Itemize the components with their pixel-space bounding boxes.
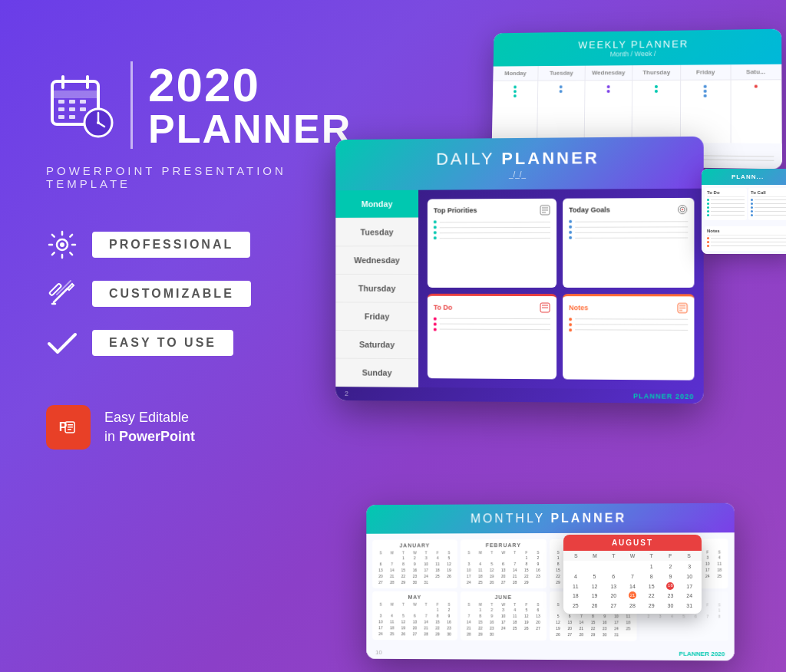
feature-list: PROFESSIONAL CUSTOMIZABLE EASY TO USE	[46, 229, 338, 359]
pencil-ruler-icon	[46, 278, 78, 310]
daily-planner-body: Monday Tuesday Wednesday Thursday Friday…	[335, 189, 703, 390]
svg-rect-4	[58, 100, 64, 104]
daily-planner-title: DAILY PLANNER	[351, 147, 688, 170]
august-popup: AUGUST SMTWTFS 123 45678910 111213141516…	[563, 535, 702, 614]
side-planner-card: PLANN... To Do To Call Not	[702, 169, 786, 254]
right-panel: WEEKLY PLANNER Month / Week / Monday Tue…	[333, 31, 786, 660]
side-card-body: To Do To Call	[702, 185, 786, 223]
month-june: JUNE SMTWTFS 123456 78910111213 14151617…	[461, 591, 547, 641]
day-thursday[interactable]: Thursday	[335, 275, 418, 303]
powerpoint-area: P Easy Editable in PowerPoint	[46, 405, 338, 450]
gear-icon	[46, 229, 78, 261]
daily-footer: 2 PLANNER 2020	[335, 387, 703, 404]
svg-point-17	[60, 242, 64, 247]
planner-text: PLANNER	[148, 109, 352, 149]
day-friday[interactable]: Friday	[335, 302, 418, 331]
title-text-group: 2020 PLANNER	[130, 61, 352, 149]
svg-rect-24	[68, 427, 73, 428]
weekly-content	[492, 80, 782, 143]
subtitle-text: POWERPOINT PRESENTATION TEMPLATE	[46, 164, 338, 190]
august-grid: 123 45678910 11121314151617 181920212223…	[563, 561, 702, 614]
to-do-section: To Do	[428, 293, 556, 379]
weekly-day-monday: Monday	[493, 66, 539, 81]
august-day-headers: SMTWTFS	[563, 551, 702, 561]
month-may: MAY SMTWTFS 12 3456789 10111213141516 17…	[372, 591, 457, 641]
checkmark-icon	[46, 327, 78, 359]
side-card-header: PLANN...	[702, 169, 786, 185]
svg-rect-5	[69, 100, 75, 104]
svg-rect-6	[80, 100, 86, 104]
svg-rect-10	[58, 115, 64, 119]
month-january: JANUARY SMTWTFS 12345 6789101112 1314151…	[372, 539, 457, 588]
year-text: 2020	[148, 61, 352, 109]
svg-rect-21	[49, 283, 61, 295]
monthly-footer: 10 PLANNER 2020	[366, 646, 734, 660]
weekly-day-friday: Friday	[681, 64, 731, 80]
weekly-day-thursday: Thursday	[632, 65, 681, 80]
svg-rect-1	[52, 91, 98, 98]
svg-rect-11	[69, 115, 75, 119]
daily-planner-date: _/_/_	[351, 169, 688, 180]
day-sunday[interactable]: Sunday	[335, 359, 418, 387]
august-popup-header: AUGUST	[563, 535, 702, 551]
today-goals-section: Today Goals	[563, 198, 694, 288]
ppt-editable-text: Easy Editable in PowerPoint	[104, 408, 195, 446]
feature-easy-to-use-label: EASY TO USE	[92, 330, 233, 356]
daily-planner-header: DAILY PLANNER _/_/_	[335, 137, 703, 190]
feature-easy-to-use: EASY TO USE	[46, 327, 338, 359]
side-todo-col: To Do	[705, 188, 747, 220]
monthly-planner-title: MONTHLY PLANNER	[378, 511, 722, 526]
svg-point-32	[682, 209, 683, 210]
powerpoint-icon: P	[46, 405, 91, 450]
day-monday[interactable]: Monday	[335, 190, 418, 219]
todo-icon	[540, 302, 550, 313]
weekly-days-row: Monday Tuesday Wednesday Thursday Friday…	[493, 64, 781, 81]
priorities-icon	[540, 205, 550, 216]
day-wednesday[interactable]: Wednesday	[335, 246, 418, 275]
feature-professional-label: PROFESSIONAL	[92, 232, 250, 258]
top-priorities-section: Top Priorities	[428, 199, 556, 288]
notes-icon	[677, 302, 688, 313]
notes-section: Notes	[563, 294, 694, 380]
weekly-day-tuesday: Tuesday	[539, 66, 586, 81]
day-tuesday[interactable]: Tuesday	[335, 218, 418, 246]
daily-days-sidebar: Monday Tuesday Wednesday Thursday Friday…	[335, 190, 418, 387]
svg-rect-9	[80, 107, 86, 111]
feature-customizable-label: CUSTOMIZABLE	[92, 281, 251, 307]
calendar-icon	[46, 71, 115, 140]
side-tocall-col: To Call	[748, 188, 786, 220]
day-saturday[interactable]: Saturday	[335, 331, 418, 359]
daily-main-content: Top Priorities	[418, 189, 704, 390]
svg-rect-25	[68, 429, 71, 430]
feature-professional: PROFESSIONAL	[46, 229, 338, 261]
left-panel: 2020 PLANNER POWERPOINT PRESENTATION TEM…	[46, 61, 338, 450]
svg-rect-23	[68, 424, 73, 426]
side-notes-area: Notes	[702, 223, 786, 254]
month-february: FEBRUARY SMTWTFS 12 3456789 101112131415…	[461, 539, 547, 588]
weekly-day-wednesday: Wednesday	[585, 65, 632, 80]
svg-rect-8	[69, 107, 75, 111]
title-area: 2020 PLANNER	[46, 61, 338, 149]
goals-icon	[677, 204, 688, 215]
monthly-planner-header: MONTHLY PLANNER	[366, 503, 734, 534]
weekly-planner-header: WEEKLY PLANNER Month / Week /	[494, 29, 782, 67]
feature-customizable: CUSTOMIZABLE	[46, 278, 338, 310]
weekly-day-saturday: Satu...	[731, 64, 781, 80]
svg-rect-7	[58, 107, 64, 111]
daily-planner-card: DAILY PLANNER _/_/_ Monday Tuesday Wedne…	[335, 137, 703, 404]
